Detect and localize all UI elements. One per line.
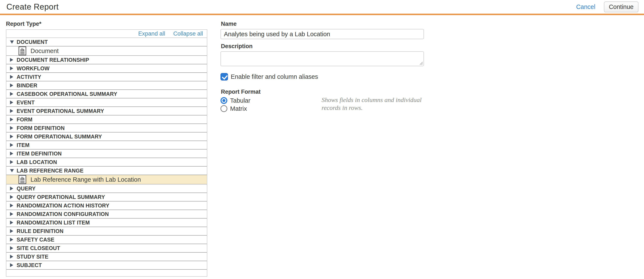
tree-category-row[interactable]: ACTIVITY: [6, 73, 207, 81]
triangle-right-icon[interactable]: [10, 135, 15, 138]
tree-category-row[interactable]: CASEBOOK OPERATIONAL SUMMARY: [6, 90, 207, 98]
tree-category-label: RANDOMIZATION ACTION HISTORY: [17, 203, 110, 209]
resize-handle-icon[interactable]: [419, 61, 423, 65]
page-header: Create Report Cancel Continue: [0, 0, 644, 14]
alias-checkbox-label: Enable filter and column aliases: [231, 73, 318, 80]
triangle-right-icon[interactable]: [10, 109, 15, 113]
triangle-right-icon[interactable]: [10, 100, 15, 104]
report-type-tree: DOCUMENT Document DOCUMENT RELATIONSHIP …: [6, 38, 207, 270]
triangle-right-icon[interactable]: [10, 255, 15, 259]
tree-category-label: SITE CLOSEOUT: [17, 245, 60, 251]
tree-child-row[interactable]: Document: [6, 46, 207, 56]
tree-category-row[interactable]: DOCUMENT RELATIONSHIP: [6, 56, 207, 64]
description-textarea[interactable]: [220, 51, 424, 66]
tree-category-row[interactable]: SITE CLOSEOUT: [6, 244, 207, 253]
tree-category-row[interactable]: RANDOMIZATION ACTION HISTORY: [6, 202, 207, 210]
page-title: Create Report: [6, 2, 59, 11]
report-document-icon: [18, 175, 26, 184]
alias-checkbox-row: Enable filter and column aliases: [220, 73, 424, 80]
triangle-right-icon[interactable]: [10, 143, 15, 147]
tree-category-label: LAB LOCATION: [17, 159, 57, 165]
expand-all-link[interactable]: Expand all: [138, 30, 165, 37]
radio-button-icon[interactable]: [220, 105, 227, 112]
tree-category-row[interactable]: FORM OPERATIONAL SUMMARY: [6, 132, 207, 141]
triangle-right-icon[interactable]: [10, 126, 15, 130]
tree-category-row[interactable]: RULE DEFINITION: [6, 227, 207, 236]
continue-button[interactable]: Continue: [604, 1, 638, 12]
triangle-right-icon[interactable]: [10, 221, 15, 225]
tree-category-row[interactable]: SUBJECT: [6, 261, 207, 270]
tree-child-label: Lab Reference Range with Lab Location: [30, 176, 141, 183]
alias-checkbox[interactable]: [220, 73, 228, 80]
cancel-link[interactable]: Cancel: [576, 3, 596, 10]
triangle-right-icon[interactable]: [10, 92, 15, 96]
tree-category-label: EVENT OPERATIONAL SUMMARY: [17, 108, 104, 114]
header-actions: Cancel Continue: [576, 1, 638, 12]
triangle-right-icon[interactable]: [10, 187, 15, 190]
triangle-right-icon[interactable]: [10, 195, 15, 199]
tree-category-label: ITEM DEFINITION: [17, 151, 62, 157]
report-format-row: Tabular Matrix Shows fields in columns a…: [220, 96, 424, 113]
report-type-label: Report Type*: [6, 21, 207, 27]
report-format-options: Tabular Matrix: [220, 96, 322, 113]
triangle-down-icon[interactable]: [10, 169, 15, 172]
tree-category-label: DOCUMENT: [17, 39, 48, 45]
tree-category-row[interactable]: WORKFLOW: [6, 64, 207, 73]
tree-category-row[interactable]: LAB LOCATION: [6, 158, 207, 167]
tree-category-row[interactable]: LAB REFERENCE RANGE: [6, 167, 207, 175]
tree-category-label: FORM OPERATIONAL SUMMARY: [17, 134, 102, 140]
triangle-right-icon[interactable]: [10, 229, 15, 233]
report-format-label: Report Format: [221, 89, 424, 95]
tree-category-label: ITEM: [17, 142, 30, 148]
triangle-down-icon[interactable]: [10, 40, 15, 44]
radio-option-tabular[interactable]: Tabular: [220, 96, 322, 105]
radio-option-matrix[interactable]: Matrix: [220, 105, 322, 113]
tree-category-row[interactable]: ITEM: [6, 141, 207, 150]
triangle-right-icon[interactable]: [10, 263, 15, 267]
tree-category-row[interactable]: RANDOMIZATION CONFIGURATION: [6, 210, 207, 219]
tree-child-row[interactable]: Lab Reference Range with Lab Location: [6, 175, 207, 184]
tree-category-label: SAFETY CASE: [17, 237, 54, 243]
tree-category-label: LAB REFERENCE RANGE: [17, 168, 84, 174]
tree-category-label: BINDER: [17, 82, 37, 89]
triangle-right-icon[interactable]: [10, 204, 15, 208]
triangle-right-icon[interactable]: [10, 66, 15, 70]
collapse-all-link[interactable]: Collapse all: [173, 30, 203, 37]
tree-child-label: Document: [30, 47, 59, 54]
tree-category-label: FORM: [17, 116, 32, 123]
tree-category-label: WORKFLOW: [17, 65, 50, 71]
triangle-right-icon[interactable]: [10, 83, 15, 87]
tree-category-label: QUERY OPERATIONAL SUMMARY: [17, 194, 105, 200]
tree-category-label: SUBJECT: [17, 262, 42, 268]
tree-category-label: EVENT: [17, 99, 34, 106]
tree-category-row[interactable]: ITEM DEFINITION: [6, 150, 207, 158]
tree-category-row[interactable]: QUERY: [6, 184, 207, 193]
triangle-right-icon[interactable]: [10, 160, 15, 164]
triangle-right-icon[interactable]: [10, 238, 15, 242]
triangle-right-icon[interactable]: [10, 58, 15, 62]
tree-category-row[interactable]: FORM DEFINITION: [6, 124, 207, 132]
tree-category-label: RANDOMIZATION LIST ITEM: [17, 220, 90, 226]
report-form-column: Name Description Enable filter and colum…: [220, 21, 424, 277]
format-note: Shows fields in columns and individual r…: [322, 96, 424, 112]
tree-category-row[interactable]: STUDY SITE: [6, 253, 207, 261]
tree-category-row[interactable]: QUERY OPERATIONAL SUMMARY: [6, 193, 207, 202]
tree-category-row[interactable]: SAFETY CASE: [6, 236, 207, 244]
main-content: Report Type* Expand all Collapse all DOC…: [0, 15, 644, 277]
triangle-right-icon[interactable]: [10, 118, 15, 121]
tree-category-row[interactable]: FORM: [6, 115, 207, 124]
triangle-right-icon[interactable]: [10, 246, 15, 250]
tree-category-label: STUDY SITE: [17, 254, 48, 260]
name-input[interactable]: [220, 29, 424, 39]
triangle-right-icon[interactable]: [10, 75, 15, 79]
tree-category-row[interactable]: BINDER: [6, 81, 207, 90]
tree-category-label: DOCUMENT RELATIONSHIP: [17, 57, 89, 63]
tree-category-row[interactable]: RANDOMIZATION LIST ITEM: [6, 219, 207, 227]
radio-button-icon[interactable]: [220, 97, 227, 104]
tree-category-row[interactable]: EVENT: [6, 98, 207, 107]
name-label: Name: [221, 21, 424, 27]
tree-category-row[interactable]: EVENT OPERATIONAL SUMMARY: [6, 107, 207, 115]
triangle-right-icon[interactable]: [10, 152, 15, 155]
tree-category-row[interactable]: DOCUMENT: [6, 38, 207, 46]
triangle-right-icon[interactable]: [10, 212, 15, 216]
